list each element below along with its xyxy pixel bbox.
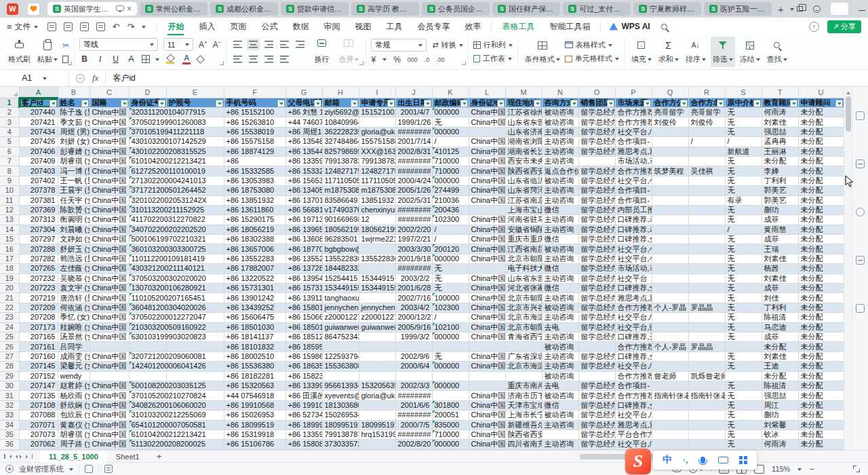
cell[interactable]: +86 1863505000 [285, 362, 322, 371]
cell[interactable]: 主动咨询 [542, 420, 578, 430]
cell[interactable]: 社交平台,/ [615, 440, 652, 449]
cell[interactable]: 无 [725, 391, 762, 400]
cell[interactable]: 桂婉唯 (女 [58, 322, 90, 332]
header-cell-E[interactable]: 护照号 [166, 98, 224, 108]
sum-button[interactable]: Σ 求和 [656, 37, 681, 67]
cell[interactable] [652, 293, 688, 303]
cell[interactable]: China中国 [469, 362, 505, 371]
cell[interactable]: 102100 [432, 322, 469, 332]
cell[interactable]: 社交平台,/ [615, 313, 652, 322]
header-cell-D[interactable]: 身份证号 [129, 98, 166, 108]
cell[interactable]: 362228235 [322, 127, 359, 136]
cell[interactable]: China中国 [90, 440, 129, 449]
filter-icon[interactable] [835, 100, 843, 107]
cell[interactable]: 亮哥留学 [688, 108, 725, 117]
row-number[interactable]: 33 [0, 411, 19, 420]
cell[interactable]: 2000/4/24 [395, 176, 432, 185]
cell[interactable]: 合作方推荐 [615, 303, 652, 312]
cell[interactable]: China中国 [90, 420, 129, 430]
cell[interactable]: 无 [725, 430, 762, 439]
cell[interactable]: 留学总经办 [578, 332, 615, 341]
cell[interactable] [688, 195, 725, 205]
cell[interactable]: China中国 [90, 362, 129, 371]
cell[interactable]: 2005/1/26 [395, 186, 432, 195]
cell[interactable]: 未分配 [762, 342, 798, 352]
arrange-windows-icon[interactable] [797, 6, 803, 12]
cell[interactable] [652, 284, 688, 293]
cell[interactable]: 新疆维吾尔 [505, 420, 542, 430]
cell[interactable] [578, 342, 615, 352]
cell[interactable]: +86 15538019 [224, 127, 285, 136]
cell[interactable]: 无 [725, 127, 762, 136]
cell[interactable]: +86 1354402198 [285, 147, 322, 156]
align-bottom-icon[interactable] [262, 39, 275, 50]
ime-punctuation-toggle[interactable]: ·, [683, 455, 688, 465]
cell[interactable] [652, 430, 688, 439]
cell[interactable]: 未分配 [798, 215, 844, 225]
cell[interactable]: China中国 [90, 235, 129, 244]
menu-item-智能工具箱[interactable]: 智能工具箱 [542, 18, 597, 35]
cell[interactable]: 799138787 [322, 430, 359, 439]
cell[interactable]: 未分配 [798, 362, 844, 371]
cell[interactable] [688, 205, 725, 214]
cell[interactable]: 207073 [19, 430, 58, 439]
cell[interactable]: 周子路 (女 [58, 440, 90, 449]
cell[interactable]: China中国 [90, 244, 129, 254]
cell[interactable]: 000000 [432, 254, 469, 263]
cell[interactable]: 山东省菏泽 [505, 186, 542, 195]
row-number[interactable]: 4 [0, 127, 19, 136]
cell[interactable]: +86 1335925706 [285, 156, 322, 166]
cell[interactable]: / [432, 225, 469, 234]
column-letter-P[interactable]: P [615, 87, 652, 98]
cell[interactable]: 合作方推荐 [615, 371, 652, 381]
cell[interactable]: 留学总经办 [578, 264, 615, 273]
cell[interactable]: 北京市朝阳 [505, 293, 542, 303]
cell[interactable]: 无 [725, 440, 762, 449]
filter-icon[interactable] [121, 100, 128, 107]
cell[interactable] [359, 411, 395, 420]
cell[interactable]: 主动咨询 [542, 195, 578, 205]
cell[interactable]: 重庆市南岸 [505, 381, 542, 390]
cell[interactable]: 主动咨询 [542, 332, 578, 341]
underline-button[interactable]: U [111, 54, 121, 64]
cell[interactable]: 207426 [19, 137, 58, 147]
cell[interactable]: 200051 [432, 411, 469, 420]
cell[interactable] [652, 440, 688, 449]
number-format-select[interactable]: 常规 [371, 39, 427, 52]
cell[interactable]: 13851932 [359, 195, 395, 205]
cell[interactable]: 郭美艺 [762, 195, 798, 205]
cell[interactable]: 赵君婷 (女 [58, 381, 90, 390]
cell[interactable]: 郭美艺 [762, 186, 798, 195]
cell[interactable]: 山东省临沂 [505, 176, 542, 185]
cell[interactable]: China中国 [469, 411, 505, 420]
ime-toolbox-icon[interactable] [739, 456, 747, 464]
align-top-icon[interactable] [231, 39, 244, 50]
cell[interactable]: 无 [725, 166, 762, 176]
header-cell-K[interactable]: 邮政编码 [432, 98, 469, 108]
cell[interactable]: China中国 [90, 322, 129, 332]
cell[interactable] [469, 342, 505, 352]
cell[interactable]: China中国 [90, 176, 129, 185]
cell[interactable]: +86 1506607386 [285, 313, 322, 322]
cell[interactable]: China中国 [469, 176, 505, 185]
column-letter-N[interactable]: N [542, 87, 578, 98]
cell[interactable]: 河北省张家 [505, 284, 542, 293]
cell[interactable] [469, 205, 505, 214]
cell[interactable]: 未分配 [798, 195, 844, 205]
cell[interactable]: China中国 [469, 137, 505, 147]
cell[interactable]: 合作项目- [615, 137, 652, 147]
file-tab[interactable]: S贷款申请信息.xlsx [281, 2, 349, 16]
cell[interactable]: 207173 [19, 322, 58, 332]
convert-button[interactable]: ⇄转换 [432, 38, 462, 52]
cell[interactable]: +86 1598680231 [285, 352, 322, 361]
column-letter-K[interactable]: K [432, 87, 469, 98]
cell[interactable]: bgbgbow@ [322, 244, 359, 254]
column-letter-T[interactable]: T [762, 87, 798, 98]
cell[interactable] [578, 371, 615, 381]
cell[interactable]: 留学总经办 [578, 362, 615, 371]
cell[interactable]: +86 18141137 [224, 332, 285, 341]
cell[interactable]: 合作项目- [615, 195, 652, 205]
cell[interactable]: +86 1354866895 [285, 137, 322, 147]
cell[interactable]: +86 1340540988 [285, 186, 322, 195]
file-tab[interactable]: S高学历 教授.xlsx [351, 2, 419, 16]
